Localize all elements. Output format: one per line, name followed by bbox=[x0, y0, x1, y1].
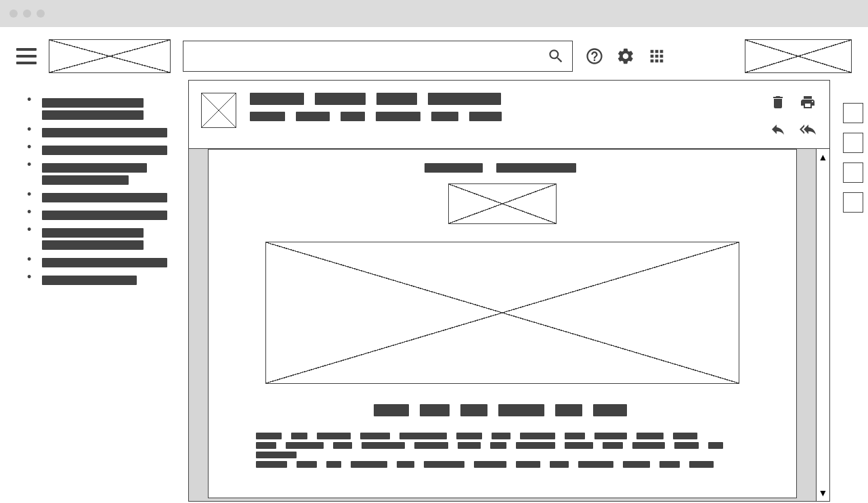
sidebar-item[interactable] bbox=[27, 123, 175, 141]
sidebar-item[interactable] bbox=[27, 93, 175, 123]
main: ▲ ▼ bbox=[0, 80, 868, 502]
redacted-text bbox=[362, 442, 405, 449]
redacted-text bbox=[42, 240, 144, 250]
email-subject bbox=[250, 93, 755, 105]
top-icons bbox=[585, 47, 666, 66]
redacted-text bbox=[42, 258, 167, 267]
search-input[interactable] bbox=[190, 41, 546, 71]
search-container bbox=[183, 41, 573, 72]
redacted-text bbox=[341, 112, 365, 121]
sender-avatar[interactable] bbox=[201, 93, 236, 128]
window-maximize-dot[interactable] bbox=[37, 9, 45, 18]
redacted-text bbox=[474, 461, 506, 468]
email-body-line bbox=[229, 461, 776, 468]
email-body-line bbox=[229, 442, 776, 449]
redacted-text bbox=[315, 93, 366, 105]
scroll-up-icon[interactable]: ▲ bbox=[819, 152, 828, 162]
email-hero-image bbox=[265, 242, 739, 384]
scrollbar[interactable]: ▲ ▼ bbox=[816, 149, 829, 501]
redacted-text bbox=[594, 433, 627, 439]
redacted-text bbox=[565, 433, 585, 439]
browser-chrome bbox=[0, 0, 868, 27]
redacted-text bbox=[42, 98, 144, 108]
redacted-text bbox=[376, 112, 420, 121]
sidebar-list bbox=[27, 93, 175, 288]
email-actions bbox=[768, 93, 817, 139]
app-logo[interactable] bbox=[49, 39, 171, 73]
redacted-text bbox=[420, 404, 450, 416]
email-paper bbox=[208, 149, 797, 498]
redacted-text bbox=[593, 404, 627, 416]
sidebar-item[interactable] bbox=[27, 206, 175, 223]
sidebar-item[interactable] bbox=[27, 141, 175, 158]
print-icon[interactable] bbox=[798, 93, 817, 112]
redacted-text bbox=[326, 461, 341, 468]
rail-addon-4[interactable] bbox=[843, 192, 863, 213]
email-header bbox=[189, 81, 829, 149]
redacted-text bbox=[42, 193, 167, 202]
apps-icon[interactable] bbox=[647, 47, 666, 66]
redacted-text bbox=[256, 442, 276, 449]
redacted-text bbox=[659, 461, 680, 468]
redacted-text bbox=[360, 433, 390, 439]
account-area[interactable] bbox=[745, 39, 852, 73]
redacted-text bbox=[42, 211, 167, 220]
redacted-text bbox=[291, 433, 307, 439]
rail-addon-3[interactable] bbox=[843, 162, 863, 183]
redacted-text bbox=[673, 433, 697, 439]
redacted-text bbox=[42, 110, 144, 120]
redacted-text bbox=[414, 442, 448, 449]
sidebar-item[interactable] bbox=[27, 158, 175, 188]
window-minimize-dot[interactable] bbox=[23, 9, 31, 18]
sidebar-item[interactable] bbox=[27, 188, 175, 206]
redacted-text bbox=[424, 461, 464, 468]
email-body-line bbox=[229, 452, 776, 458]
redacted-text bbox=[674, 442, 699, 449]
redacted-text bbox=[603, 442, 623, 449]
scroll-down-icon[interactable]: ▼ bbox=[819, 487, 828, 498]
redacted-text bbox=[565, 442, 593, 449]
redacted-text bbox=[520, 433, 555, 439]
redacted-text bbox=[399, 433, 447, 439]
redacted-text bbox=[578, 461, 613, 468]
redacted-text bbox=[296, 112, 330, 121]
redacted-text bbox=[460, 404, 487, 416]
menu-button[interactable] bbox=[16, 48, 37, 64]
email-body-area: ▲ ▼ bbox=[189, 149, 829, 501]
window-close-dot[interactable] bbox=[9, 9, 18, 18]
redacted-text bbox=[458, 442, 481, 449]
delete-icon[interactable] bbox=[768, 93, 787, 112]
redacted-text bbox=[250, 93, 304, 105]
redacted-text bbox=[42, 276, 137, 285]
redacted-text bbox=[286, 442, 324, 449]
redacted-text bbox=[376, 93, 417, 105]
email-from bbox=[250, 112, 755, 121]
email-body-scroll[interactable] bbox=[189, 149, 816, 501]
reply-icon[interactable] bbox=[768, 120, 787, 139]
redacted-text bbox=[490, 442, 506, 449]
redacted-text bbox=[297, 461, 317, 468]
redacted-text bbox=[250, 112, 285, 121]
sidebar-item[interactable] bbox=[27, 253, 175, 271]
rail-addon-1[interactable] bbox=[843, 103, 863, 123]
topbar bbox=[0, 27, 868, 80]
redacted-text bbox=[42, 175, 129, 185]
redacted-text bbox=[550, 461, 569, 468]
sidebar-item[interactable] bbox=[27, 223, 175, 253]
redacted-text bbox=[632, 442, 665, 449]
settings-icon[interactable] bbox=[616, 47, 635, 66]
redacted-text bbox=[428, 93, 501, 105]
search-icon[interactable] bbox=[546, 47, 565, 66]
help-icon[interactable] bbox=[585, 47, 604, 66]
sidebar-item[interactable] bbox=[27, 271, 175, 288]
redacted-text bbox=[397, 461, 414, 468]
email-body-paragraphs bbox=[229, 433, 776, 468]
email-body-line bbox=[229, 433, 776, 439]
reply-all-icon[interactable] bbox=[798, 120, 817, 139]
redacted-text bbox=[256, 452, 297, 458]
email-body-top bbox=[229, 163, 776, 173]
redacted-text bbox=[689, 461, 714, 468]
sidebar bbox=[0, 80, 188, 502]
redacted-text bbox=[42, 146, 167, 155]
rail-addon-2[interactable] bbox=[843, 133, 863, 153]
